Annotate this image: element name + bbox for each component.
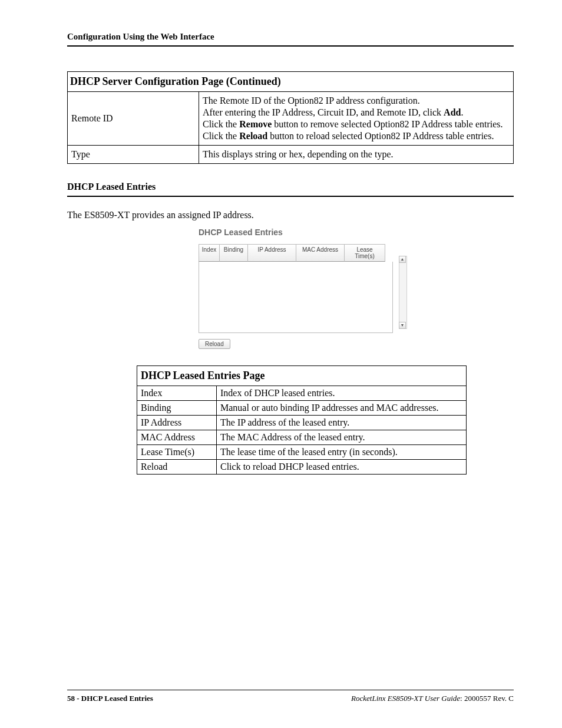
- footer-right: RocketLinx ES8509-XT User Guide: 2000557…: [351, 694, 514, 703]
- footer-rule: [67, 690, 514, 690]
- config-row-desc: The Remote ID of the Option82 IP address…: [199, 92, 514, 146]
- col-header-ip[interactable]: IP Address: [247, 244, 296, 262]
- grid-header-row: Index Binding IP Address MAC Address Lea…: [199, 244, 399, 262]
- section-rule: [67, 196, 514, 197]
- col-header-lease[interactable]: Lease Time(s): [344, 244, 385, 262]
- table-row: BindingManual or auto binding IP address…: [137, 401, 467, 416]
- col-header-mac[interactable]: MAC Address: [296, 244, 344, 262]
- dhcp-leased-entries-table: DHCP Leased Entries Page IndexIndex of D…: [137, 365, 467, 475]
- header-rule: [67, 45, 514, 47]
- footer-left: 58 - DHCP Leased Entries: [67, 694, 153, 703]
- config-row-label: Type: [68, 146, 199, 164]
- section-intro: The ES8509-XT provides an assigned IP ad…: [67, 210, 514, 220]
- grid-scrollbar[interactable]: ▲ ▼: [399, 256, 407, 329]
- config-row-desc: This displays string or hex, depending o…: [199, 146, 514, 164]
- config-row-label: Remote ID: [68, 92, 199, 146]
- def-row-value: The lease time of the leased entry (in s…: [217, 445, 467, 460]
- def-row-key: Index: [137, 386, 217, 401]
- def-row-value: The IP address of the leased entry.: [217, 416, 467, 430]
- leased-grid: Index Binding IP Address MAC Address Lea…: [199, 244, 399, 333]
- def-row-value: Click to reload DHCP leased entries.: [217, 460, 467, 475]
- table-row: Type This displays string or hex, depend…: [68, 146, 514, 164]
- def-row-value: Manual or auto binding IP addresses and …: [217, 401, 467, 416]
- table-row: MAC AddressThe MAC Address of the leased…: [137, 430, 467, 445]
- col-header-index[interactable]: Index: [199, 244, 219, 262]
- col-header-binding[interactable]: Binding: [219, 244, 247, 262]
- def-row-key: Lease Time(s): [137, 445, 217, 460]
- running-header: Configuration Using the Web Interface: [67, 32, 514, 42]
- def-row-key: IP Address: [137, 416, 217, 430]
- config-table-title: DHCP Server Configuration Page (Continue…: [68, 72, 514, 92]
- page-footer: 58 - DHCP Leased Entries RocketLinx ES85…: [67, 690, 514, 703]
- def-row-key: MAC Address: [137, 430, 217, 445]
- def-row-value: Index of DHCP leased entries.: [217, 386, 467, 401]
- def-row-value: The MAC Address of the leased entry.: [217, 430, 467, 445]
- scroll-up-icon[interactable]: ▲: [399, 256, 406, 263]
- table-row: IP AddressThe IP address of the leased e…: [137, 416, 467, 430]
- scroll-down-icon[interactable]: ▼: [399, 322, 406, 329]
- table-row: ReloadClick to reload DHCP leased entrie…: [137, 460, 467, 475]
- screenshot-title: DHCP Leased Entries: [199, 228, 411, 237]
- table-row: IndexIndex of DHCP leased entries.: [137, 386, 467, 401]
- grid-body-empty: [199, 262, 393, 333]
- def-table-title: DHCP Leased Entries Page: [137, 366, 467, 386]
- def-row-key: Reload: [137, 460, 217, 475]
- section-heading: DHCP Leased Entries: [67, 182, 514, 192]
- screenshot-dhcp-leased: DHCP Leased Entries Index Binding IP Add…: [199, 228, 411, 349]
- table-row: Remote ID The Remote ID of the Option82 …: [68, 92, 514, 146]
- def-row-key: Binding: [137, 401, 217, 416]
- dhcp-server-config-table: DHCP Server Configuration Page (Continue…: [67, 71, 514, 164]
- reload-button[interactable]: Reload: [199, 339, 230, 349]
- table-row: Lease Time(s)The lease time of the lease…: [137, 445, 467, 460]
